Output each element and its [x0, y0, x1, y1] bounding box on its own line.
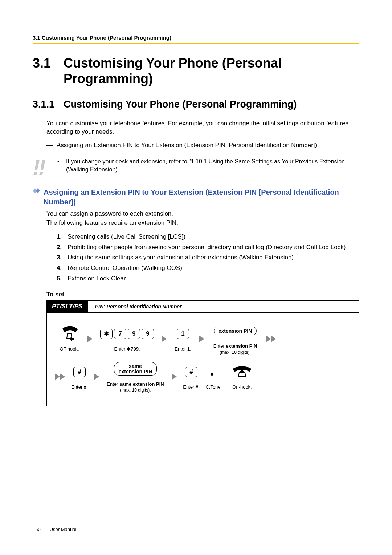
key-star: ✱	[100, 329, 113, 339]
svg-marker-11	[172, 373, 177, 380]
onhook-icon	[231, 363, 253, 381]
svg-marker-3	[87, 336, 93, 342]
procedure-box: PT/SLT/PS PIN: Personal Identification N…	[46, 300, 359, 406]
key-9a: 9	[128, 329, 140, 339]
caption-ctone: C.Tone	[205, 384, 220, 390]
feature-text: Assigning an Extension PIN to Your Exten…	[57, 141, 317, 150]
flow-arrow	[196, 336, 208, 342]
flow-row-1: Off-hook. ✱ 7 9 9 Enter ✱799.	[55, 322, 351, 355]
svg-marker-6	[266, 336, 271, 342]
key-9b: 9	[142, 329, 154, 339]
h1-text: Customising Your Phone (Personal Program…	[64, 55, 359, 86]
caption-offhook: Off-hook.	[60, 346, 79, 352]
page-number: 150	[33, 527, 45, 532]
double-diamond-icon	[33, 187, 44, 194]
list-item: 5.Extension Lock Clear	[57, 274, 359, 283]
caption-enter-ext-pin: Enter extension PIN (max. 10 digits).	[213, 343, 257, 355]
caption-enter-1: Enter 1.	[175, 346, 191, 352]
caption-enter-hash-2: Enter #.	[183, 384, 200, 390]
exclamation-icon: !!	[33, 158, 57, 177]
note-text: If you change your desk and extension, r…	[66, 158, 359, 173]
caption-enter-hash: Enter #.	[71, 384, 88, 390]
svg-marker-4	[162, 336, 167, 342]
intro-paragraph: You can customise your telephone feature…	[46, 119, 359, 136]
offhook-icon	[60, 325, 78, 343]
bullet-dot: •	[57, 158, 66, 173]
doc-title: User Manual	[50, 527, 77, 532]
caption-onhook: On-hook.	[232, 384, 252, 390]
key-7: 7	[114, 329, 126, 339]
device-label: PT/SLT/PS	[47, 301, 88, 312]
subsection-heading: Assigning an Extension PIN to Your Exten…	[33, 187, 359, 207]
flow-arrow	[168, 373, 180, 380]
list-item: 2.Prohibiting other people from seeing y…	[57, 243, 359, 252]
svg-marker-10	[94, 373, 99, 380]
flow-arrow	[90, 373, 103, 380]
ordered-list: 1.Screening calls (Live Call Screening […	[57, 232, 359, 283]
svg-marker-7	[271, 336, 276, 342]
svg-marker-9	[60, 373, 65, 380]
feature-list-item: — Assigning an Extension PIN to Your Ext…	[46, 141, 359, 150]
pin-paragraph-1: You can assign a password to each extens…	[46, 210, 359, 218]
list-item: 3.Using the same settings as your extens…	[57, 253, 359, 262]
flow-arrow-double	[55, 373, 69, 380]
confirmation-tone-icon	[208, 363, 218, 381]
keypad-799: ✱ 7 9 9	[99, 325, 155, 343]
list-item: 4.Remote Control Operation (Walking COS)	[57, 264, 359, 273]
key-1: 1	[176, 325, 190, 343]
em-dash: —	[46, 141, 57, 150]
subsection-title: Assigning an Extension PIN to Your Exten…	[44, 187, 359, 207]
h2-text: Customising Your Phone (Personal Program…	[64, 99, 359, 110]
flow-arrow	[158, 336, 170, 342]
key-hash-2: #	[184, 363, 198, 381]
flow-arrow-double	[262, 336, 280, 342]
svg-marker-1	[36, 188, 40, 193]
flow-arrow	[84, 336, 96, 342]
key-hash: #	[73, 363, 86, 381]
flow-row-2: # Enter #. same extension PI	[55, 360, 351, 393]
section-heading-h2: 3.1.1 Customising Your Phone (Personal P…	[33, 99, 359, 110]
header-rule	[33, 43, 359, 44]
section-heading-h1: 3.1 Customising Your Phone (Personal Pro…	[33, 55, 359, 86]
svg-marker-5	[199, 336, 204, 342]
running-header: 3.1 Customising Your Phone (Personal Pro…	[33, 35, 359, 41]
svg-marker-2	[69, 337, 74, 341]
extension-pin-field: extension PIN	[214, 322, 257, 340]
page-footer: 150 User Manual	[33, 525, 76, 533]
list-item: 1.Screening calls (Live Call Screening […	[57, 232, 359, 242]
h2-number: 3.1.1	[33, 99, 64, 110]
footer-divider	[45, 525, 45, 533]
same-extension-pin-field: same extension PIN	[114, 360, 157, 378]
pin-paragraph-2: The following features require an extens…	[46, 219, 359, 227]
procedure-legend: PIN: Personal Identification Number	[88, 304, 182, 309]
caption-enter-same-pin: Enter same extension PIN (max. 10 digits…	[107, 381, 164, 393]
h1-number: 3.1	[33, 55, 64, 86]
svg-marker-8	[55, 373, 60, 380]
caption-enter-799: Enter ✱799.	[114, 346, 140, 352]
important-note: !! • If you change your desk and extensi…	[33, 158, 359, 177]
procedure-title: To set	[46, 291, 359, 298]
